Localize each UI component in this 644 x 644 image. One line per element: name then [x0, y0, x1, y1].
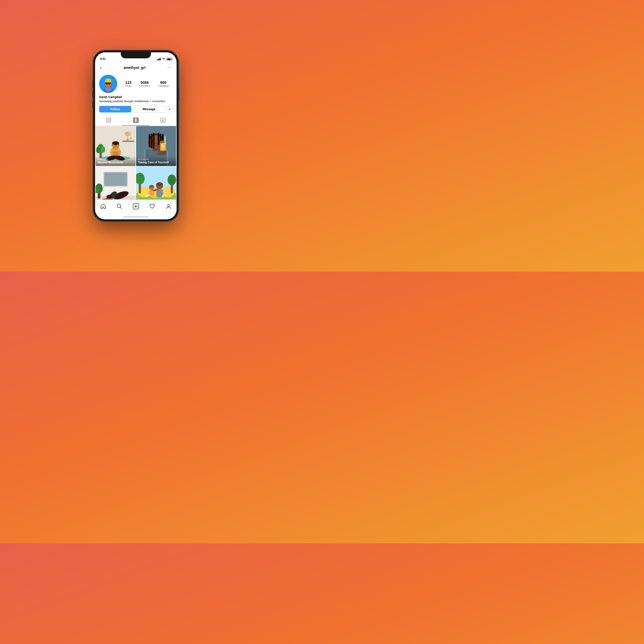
stat-following: 800 Following	[158, 80, 169, 87]
nav-heart[interactable]	[146, 203, 158, 210]
post-2-overlay: 15 POSTS Taking Care of Yourself	[136, 156, 176, 166]
stat-following-label: Following	[158, 85, 169, 87]
svg-point-56	[153, 141, 154, 142]
post-1-title: Mindful Movements	[98, 161, 134, 164]
post-1-count: 12 POSTS	[98, 158, 134, 160]
stat-posts: 115 Posts	[125, 80, 132, 87]
battery-icon	[167, 58, 172, 60]
follow-button[interactable]: Follow	[99, 106, 131, 112]
signal-icon	[157, 58, 161, 60]
stat-followers-value: 500k	[141, 80, 149, 85]
svg-rect-10	[106, 118, 108, 120]
bottom-nav	[95, 199, 177, 214]
svg-rect-12	[106, 121, 108, 123]
svg-point-39	[130, 137, 132, 139]
svg-point-38	[126, 138, 129, 141]
more-button[interactable]: ···	[167, 64, 173, 71]
svg-rect-37	[122, 141, 134, 142]
phone-mockup: 9:41 ‹ amethyst_	[93, 50, 179, 221]
phone-screen: 9:41 ‹ amethyst_	[95, 52, 177, 219]
avatar-wrap	[99, 75, 117, 93]
svg-rect-48	[149, 134, 150, 147]
stat-followers-label: Followers	[139, 85, 150, 87]
svg-rect-15	[134, 118, 135, 123]
tab-tagged[interactable]	[149, 115, 177, 125]
svg-point-98	[162, 195, 164, 197]
nav-profile[interactable]	[163, 203, 174, 210]
post-2-title: Taking Care of Yourself	[138, 161, 174, 164]
post-2-count: 15 POSTS	[138, 158, 174, 160]
action-buttons: Follow Message ▾	[99, 106, 173, 113]
svg-point-58	[155, 143, 157, 144]
stat-followers: 500k Followers	[139, 80, 150, 87]
svg-line-101	[120, 207, 122, 209]
dropdown-button[interactable]: ▾	[167, 106, 173, 112]
svg-rect-68	[104, 173, 127, 186]
add-icon	[133, 203, 139, 209]
tab-reels[interactable]	[122, 115, 149, 125]
svg-point-57	[158, 141, 159, 142]
nav-search[interactable]	[114, 203, 125, 210]
svg-point-8	[107, 84, 107, 85]
svg-point-105	[168, 205, 170, 207]
svg-rect-14	[133, 118, 138, 123]
profile-name: Sarah Campbell	[99, 95, 173, 99]
svg-rect-17	[133, 119, 138, 120]
svg-rect-29	[113, 151, 118, 155]
home-indicator	[95, 214, 177, 219]
svg-point-96	[146, 195, 148, 197]
svg-point-94	[156, 182, 163, 186]
notch	[121, 52, 151, 58]
svg-rect-64	[162, 145, 163, 146]
svg-rect-49	[151, 134, 152, 148]
post-card-3[interactable]	[96, 167, 136, 199]
svg-point-20	[162, 119, 164, 121]
post-card-4[interactable]	[136, 167, 176, 199]
svg-rect-11	[109, 118, 111, 120]
home-bar	[123, 216, 148, 217]
posts-grid: 12 POSTS Mindful Movements	[95, 126, 177, 199]
avatar	[99, 75, 117, 93]
nav-add[interactable]	[130, 202, 142, 210]
nav-home[interactable]	[97, 203, 109, 210]
svg-point-7	[105, 78, 111, 83]
stats-row: 115 Posts 500k Followers 800 Following	[121, 80, 173, 87]
wifi-icon	[162, 58, 165, 60]
profile-bio: Spreading positivity through mindfulness…	[99, 99, 173, 103]
svg-point-99	[165, 195, 166, 196]
tab-grid[interactable]	[95, 115, 122, 125]
home-icon	[100, 204, 106, 209]
svg-rect-63	[165, 136, 165, 144]
content-scroll: 12 POSTS Mindful Movements	[95, 126, 177, 199]
profile-icon	[166, 204, 171, 209]
status-icons	[157, 58, 172, 60]
post-card-1[interactable]: 12 POSTS Mindful Movements	[96, 126, 136, 166]
message-button[interactable]: Message	[133, 106, 166, 113]
svg-rect-65	[164, 146, 165, 147]
profile-section: 115 Posts 500k Followers 800 Following S…	[95, 73, 177, 115]
heart-icon	[149, 204, 155, 209]
svg-point-27	[112, 146, 113, 147]
svg-point-26	[112, 141, 119, 145]
svg-rect-13	[109, 121, 111, 123]
profile-username: amethyst_grl	[124, 66, 145, 70]
svg-point-35	[101, 146, 105, 153]
svg-point-34	[96, 147, 100, 153]
profile-top: 115 Posts 500k Followers 800 Following	[99, 75, 173, 93]
grid-icon	[106, 118, 111, 123]
app-header: ‹ amethyst_grl ···	[95, 62, 177, 73]
tabs-row	[95, 115, 177, 126]
svg-point-9	[109, 84, 110, 85]
svg-rect-16	[137, 118, 137, 123]
stat-posts-label: Posts	[125, 85, 132, 87]
svg-point-97	[149, 195, 150, 196]
back-button[interactable]: ‹	[99, 64, 103, 71]
post-1-overlay: 12 POSTS Mindful Movements	[96, 156, 136, 166]
reels-icon	[133, 118, 139, 123]
post-card-2[interactable]: 15 POSTS Taking Care of Yourself	[136, 126, 176, 166]
svg-point-28	[118, 146, 119, 147]
svg-point-88	[168, 175, 176, 185]
svg-rect-19	[161, 118, 165, 123]
svg-point-91	[149, 185, 154, 188]
status-time: 9:41	[100, 57, 106, 60]
